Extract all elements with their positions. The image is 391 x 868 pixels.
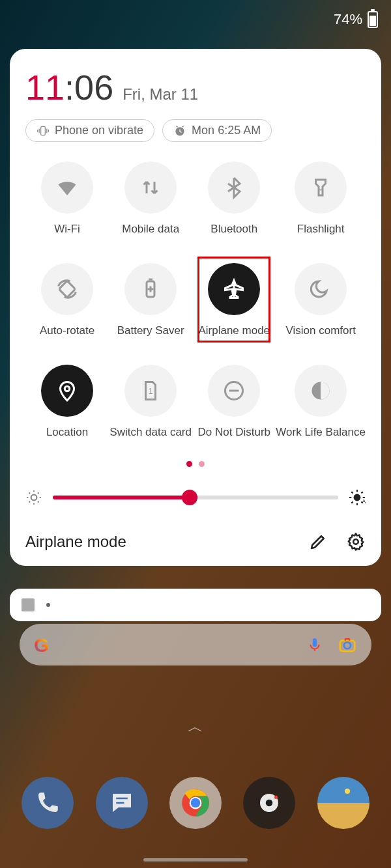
svg-text:A: A [362, 498, 366, 505]
notification-bar[interactable] [10, 589, 381, 621]
slider-thumb[interactable] [182, 490, 197, 505]
brightness-row: A [25, 489, 366, 506]
dnd-icon [222, 379, 246, 402]
qs-label: Mobile data [122, 223, 179, 236]
settings-icon[interactable] [346, 532, 366, 552]
google-logo-icon: G [34, 634, 55, 655]
svg-text:1: 1 [149, 387, 153, 396]
svg-point-14 [344, 642, 351, 649]
alarm-icon [173, 124, 186, 137]
clock-date[interactable]: Fri, Mar 11 [123, 85, 198, 104]
battery-percent: 74% [334, 11, 362, 28]
svg-point-19 [266, 800, 273, 807]
camera-icon[interactable] [338, 635, 357, 654]
qs-label: Vision comfort [285, 324, 355, 337]
clock-sep: : [65, 68, 74, 107]
qs-label: Battery Saver [117, 324, 184, 337]
alarm-chip[interactable]: Mon 6:25 AM [162, 119, 272, 142]
svg-rect-0 [41, 126, 46, 135]
sun-icon [343, 787, 359, 803]
dot-inactive [199, 461, 205, 467]
camera-app-icon [255, 789, 283, 817]
clock-time[interactable]: 11:06 [25, 67, 113, 107]
camera-app[interactable] [243, 777, 295, 829]
svg-point-11 [353, 539, 358, 544]
nav-handle[interactable] [143, 858, 248, 861]
page-indicator [25, 461, 366, 467]
notification-dot [46, 603, 50, 607]
message-icon [108, 789, 136, 817]
mobile-data-icon [139, 176, 162, 199]
phone-app[interactable] [22, 777, 74, 829]
qs-vision-comfort[interactable]: Vision comfort [276, 263, 366, 337]
qs-work-life-balance[interactable]: Work Life Balance [276, 365, 366, 439]
chrome-app[interactable] [169, 777, 222, 829]
qs-switch-data-card[interactable]: 1 Switch data card [109, 365, 192, 439]
clock-minute: 06 [74, 68, 113, 107]
brightness-low-icon [25, 489, 42, 506]
qs-label: Flashlight [297, 223, 345, 236]
svg-point-8 [31, 495, 37, 501]
status-chips: Phone on vibrate Mon 6:25 AM [25, 119, 366, 142]
bluetooth-icon [222, 176, 246, 199]
brightness-slider[interactable] [53, 496, 338, 499]
qs-bluetooth[interactable]: Bluetooth [192, 161, 276, 236]
phone-icon [34, 789, 61, 817]
highlight-box [197, 257, 270, 343]
qs-label: Bluetooth [210, 223, 257, 236]
qs-airplane-mode[interactable]: Airplane mode [192, 263, 276, 337]
sim-icon: 1 [139, 379, 162, 402]
svg-point-21 [345, 789, 350, 794]
qs-label: Do Not Disturb [198, 426, 270, 439]
vibrate-chip[interactable]: Phone on vibrate [25, 119, 154, 142]
messages-app[interactable] [96, 777, 148, 829]
qs-do-not-disturb[interactable]: Do Not Disturb [192, 365, 276, 439]
qs-label: Work Life Balance [276, 426, 366, 439]
mic-icon[interactable] [306, 636, 323, 653]
clock-hour: 11 [25, 68, 65, 107]
app-drawer-handle[interactable]: ︿ [188, 716, 203, 737]
panel-footer: Airplane mode [25, 532, 366, 552]
location-icon [55, 379, 79, 402]
wifi-icon [55, 176, 79, 199]
qs-label: Auto-rotate [40, 324, 94, 337]
svg-point-4 [65, 386, 70, 391]
flashlight-icon [309, 176, 332, 199]
gallery-app[interactable] [317, 777, 369, 829]
qs-wifi[interactable]: Wi-Fi [25, 161, 109, 236]
qs-auto-rotate[interactable]: Auto-rotate [25, 263, 109, 337]
auto-rotate-icon [55, 277, 79, 301]
qs-label: Location [46, 426, 88, 439]
quick-settings-grid: Wi-Fi Mobile data Bluetooth Flashlight A… [25, 161, 366, 439]
picture-icon [22, 598, 35, 611]
svg-rect-12 [313, 638, 317, 647]
chrome-icon [179, 787, 212, 819]
dock [0, 777, 391, 829]
clock-row: 11:06 Fri, Mar 11 [25, 67, 366, 107]
moon-icon [309, 277, 332, 301]
qs-label: Wi-Fi [54, 223, 80, 236]
google-search-bar[interactable]: G [20, 624, 371, 665]
svg-point-20 [274, 796, 278, 799]
alarm-label: Mon 6:25 AM [192, 124, 261, 137]
qs-flashlight[interactable]: Flashlight [276, 161, 366, 236]
slider-fill [53, 496, 190, 499]
dot-active [186, 461, 192, 467]
selected-tile-label: Airplane mode [25, 533, 290, 551]
qs-battery-saver[interactable]: Battery Saver [109, 263, 192, 337]
qs-location[interactable]: Location [25, 365, 109, 439]
qs-mobile-data[interactable]: Mobile data [109, 161, 192, 236]
quick-settings-panel: 11:06 Fri, Mar 11 Phone on vibrate Mon 6… [10, 49, 381, 566]
battery-saver-icon [139, 277, 162, 301]
svg-point-17 [191, 798, 201, 808]
vibrate-label: Phone on vibrate [55, 124, 143, 137]
battery-icon [368, 11, 378, 28]
edit-icon[interactable] [308, 532, 328, 552]
qs-label: Switch data card [109, 426, 192, 439]
svg-point-9 [354, 494, 361, 501]
vibrate-icon [36, 124, 50, 137]
brightness-auto-icon[interactable]: A [349, 489, 366, 506]
status-bar: 74% [0, 0, 391, 39]
work-life-icon [309, 379, 332, 402]
